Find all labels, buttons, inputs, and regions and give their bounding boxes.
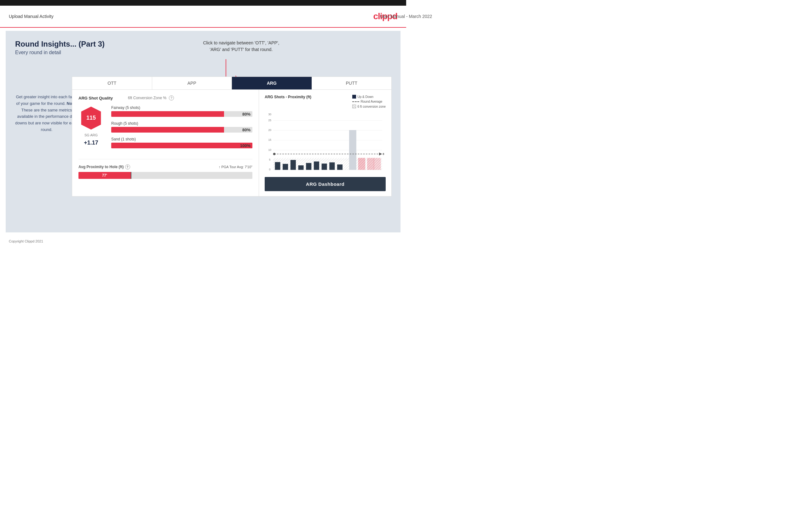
bar-label-fairway: Fairway (5 shots) bbox=[111, 106, 252, 110]
upload-manual-link[interactable]: Upload Manual Activity bbox=[9, 14, 54, 19]
proximity-bar-fill: 77' bbox=[79, 172, 131, 179]
bar-row-sand: Sand (1 shots) 100% bbox=[111, 137, 252, 148]
main-content: Round Insights... (Part 3) Every round i… bbox=[6, 31, 401, 232]
legend-item-conversion: 6 ft conversion zone bbox=[352, 105, 386, 108]
chart-svg: 0 5 10 15 20 25 30 bbox=[265, 112, 386, 172]
legend-hatch-conversion bbox=[352, 105, 356, 108]
svg-rect-28 bbox=[329, 163, 335, 170]
svg-rect-26 bbox=[314, 162, 319, 170]
svg-point-37 bbox=[273, 153, 276, 155]
copyright-text: Copyright Clippd 2021 bbox=[9, 239, 43, 243]
right-panel-header: ARG Shots - Proximity (ft) Up & Down Rou… bbox=[265, 95, 386, 108]
nav-hint: Click to navigate between 'OTT', 'APP', … bbox=[203, 40, 280, 53]
svg-marker-38 bbox=[379, 153, 382, 156]
svg-text:0: 0 bbox=[269, 168, 271, 171]
svg-rect-19 bbox=[273, 158, 382, 170]
tab-arg[interactable]: ARG bbox=[232, 77, 312, 90]
bar-label-rough: Rough (5 shots) bbox=[111, 121, 252, 126]
svg-rect-24 bbox=[306, 163, 311, 170]
sidebar-note: Get greater insight into each facet of y… bbox=[15, 94, 78, 133]
bar-fill-fairway bbox=[111, 111, 224, 117]
sg-value: +1.17 bbox=[84, 139, 98, 146]
panel-header: ARG Shot Quality 6ft Conversion Zone % ? bbox=[79, 96, 252, 101]
bars-area: Fairway (5 shots) 80% Rough (5 shots) 80… bbox=[111, 106, 252, 153]
left-panel: ARG Shot Quality 6ft Conversion Zone % ?… bbox=[72, 90, 259, 196]
help-icon[interactable]: ? bbox=[169, 96, 174, 101]
bar-row-rough: Rough (5 shots) 80% bbox=[111, 121, 252, 132]
hex-score-container: 115 SG ARG +1.17 bbox=[79, 106, 104, 153]
tab-putt[interactable]: PUTT bbox=[312, 77, 392, 90]
main-card: OTT APP ARG PUTT ARG Shot Quality 6ft Co… bbox=[72, 76, 392, 196]
svg-rect-27 bbox=[322, 163, 327, 170]
bar-label-sand: Sand (1 shots) bbox=[111, 137, 252, 142]
quality-label: ARG Shot Quality bbox=[79, 96, 113, 101]
legend-dash-avg bbox=[352, 101, 359, 102]
svg-text:5: 5 bbox=[269, 158, 271, 161]
arg-dashboard-button[interactable]: ARG Dashboard bbox=[265, 177, 386, 191]
hexagon: 115 bbox=[79, 106, 104, 131]
bar-pct-fairway: 80% bbox=[242, 112, 251, 116]
svg-rect-33 bbox=[367, 158, 374, 170]
top-bar bbox=[0, 0, 406, 6]
proximity-cursor bbox=[131, 172, 132, 179]
svg-rect-31 bbox=[358, 158, 365, 170]
proximity-value: 77' bbox=[102, 173, 107, 178]
document-title: User Manual - March 2022 bbox=[380, 14, 406, 19]
card-body: ARG Shot Quality 6ft Conversion Zone % ?… bbox=[72, 90, 391, 196]
svg-text:10: 10 bbox=[268, 148, 271, 152]
svg-text:25: 25 bbox=[268, 119, 271, 122]
proximity-bar-track: 77' bbox=[79, 172, 252, 179]
svg-text:8: 8 bbox=[383, 153, 384, 156]
bar-pct-sand: 100% bbox=[240, 143, 251, 148]
chart-area: 0 5 10 15 20 25 30 bbox=[265, 112, 386, 173]
bar-row-fairway: Fairway (5 shots) 80% bbox=[111, 106, 252, 117]
svg-text:115: 115 bbox=[86, 115, 96, 121]
proximity-section: Avg Proximity to Hole (ft) ? ↑ PGA Tour … bbox=[79, 159, 252, 179]
svg-text:30: 30 bbox=[268, 113, 271, 116]
header: Upload Manual Activity User Manual - Mar… bbox=[0, 6, 406, 28]
bar-track-fairway: 80% bbox=[111, 111, 252, 117]
bar-fill-sand bbox=[111, 143, 252, 148]
hex-score-area: 115 SG ARG +1.17 Fairway (5 shots) 80% bbox=[79, 106, 252, 153]
svg-rect-20 bbox=[275, 162, 280, 170]
pga-avg: ↑ PGA Tour Avg: 7'10" bbox=[219, 165, 252, 169]
footer: Copyright Clippd 2021 bbox=[0, 235, 406, 247]
sg-label: SG ARG bbox=[85, 133, 98, 137]
bar-fill-rough bbox=[111, 127, 224, 132]
svg-rect-25 bbox=[349, 130, 356, 170]
tab-app[interactable]: APP bbox=[152, 77, 232, 90]
chart-legend: Up & Down Round Average 6 ft conversion … bbox=[352, 95, 386, 108]
proximity-label: Avg Proximity to Hole (ft) ? bbox=[79, 164, 130, 169]
svg-text:20: 20 bbox=[268, 128, 271, 132]
right-panel: ARG Shots - Proximity (ft) Up & Down Rou… bbox=[259, 90, 391, 196]
bar-track-sand: 100% bbox=[111, 143, 252, 148]
legend-box-updown bbox=[352, 95, 356, 99]
proximity-help-icon[interactable]: ? bbox=[125, 164, 130, 169]
bar-track-rough: 80% bbox=[111, 127, 252, 132]
svg-rect-35 bbox=[374, 158, 381, 170]
svg-rect-29 bbox=[337, 164, 343, 170]
chart-title: ARG Shots - Proximity (ft) bbox=[265, 95, 311, 99]
bar-pct-rough: 80% bbox=[242, 127, 251, 132]
legend-label-avg: Round Average bbox=[361, 100, 383, 103]
tab-bar: OTT APP ARG PUTT bbox=[72, 77, 391, 90]
legend-item-avg: Round Average bbox=[352, 100, 386, 103]
svg-rect-23 bbox=[298, 165, 304, 170]
svg-rect-21 bbox=[283, 164, 288, 170]
legend-item-updown: Up & Down bbox=[352, 95, 386, 99]
tab-ott[interactable]: OTT bbox=[72, 77, 152, 90]
svg-text:15: 15 bbox=[268, 138, 271, 142]
svg-rect-22 bbox=[291, 160, 296, 170]
legend-label-conversion: 6 ft conversion zone bbox=[358, 105, 386, 108]
proximity-header: Avg Proximity to Hole (ft) ? ↑ PGA Tour … bbox=[79, 164, 252, 169]
legend-label-updown: Up & Down bbox=[358, 95, 374, 99]
conversion-label: 6ft Conversion Zone % bbox=[128, 96, 166, 100]
